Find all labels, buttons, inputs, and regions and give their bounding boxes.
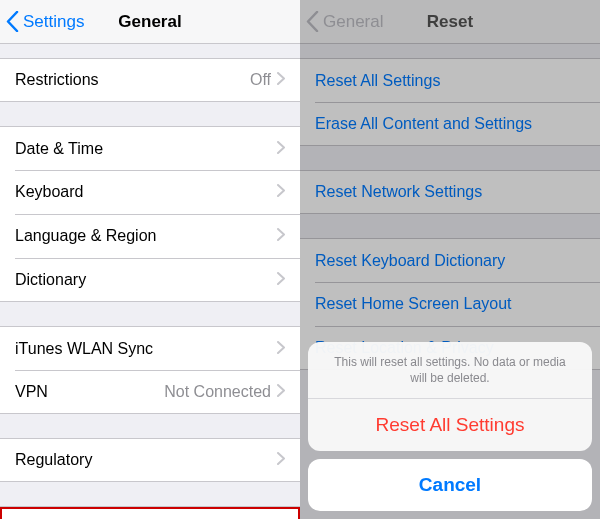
row-label: Date & Time: [15, 140, 277, 158]
row-label: Reset All Settings: [315, 72, 585, 90]
row-reset-network-settings[interactable]: Reset Network Settings: [300, 170, 600, 214]
row-date-time[interactable]: Date & Time: [0, 126, 300, 170]
action-sheet-message: This will reset all settings. No data or…: [308, 342, 592, 399]
group-reset: Reset: [0, 506, 300, 519]
navbar-general: Settings General: [0, 0, 300, 44]
row-itunes-wlan-sync[interactable]: iTunes WLAN Sync: [0, 326, 300, 370]
row-label: Reset Keyboard Dictionary: [315, 252, 585, 270]
row-label: Keyboard: [15, 183, 277, 201]
row-restrictions[interactable]: Restrictions Off: [0, 58, 300, 102]
group-reset-main: Reset All Settings Erase All Content and…: [300, 58, 600, 146]
row-dictionary[interactable]: Dictionary: [0, 258, 300, 302]
row-reset-keyboard-dictionary[interactable]: Reset Keyboard Dictionary: [300, 238, 600, 282]
back-to-general-button[interactable]: General: [300, 11, 383, 32]
row-label: Regulatory: [15, 451, 277, 469]
row-erase-all-content[interactable]: Erase All Content and Settings: [300, 102, 600, 146]
row-label: VPN: [15, 383, 164, 401]
chevron-left-icon: [6, 11, 19, 32]
general-settings-pane: Settings General Restrictions Off Date &…: [0, 0, 300, 519]
reset-all-settings-button[interactable]: Reset All Settings: [308, 399, 592, 451]
chevron-right-icon: [277, 71, 285, 89]
group-locale: Date & Time Keyboard Language & Region D…: [0, 126, 300, 302]
row-label: Reset Home Screen Layout: [315, 295, 585, 313]
action-sheet-group: This will reset all settings. No data or…: [308, 342, 592, 451]
chevron-right-icon: [277, 340, 285, 358]
chevron-left-icon: [306, 11, 319, 32]
chevron-right-icon: [277, 271, 285, 289]
chevron-right-icon: [277, 227, 285, 245]
row-label: Restrictions: [15, 71, 250, 89]
back-label: Settings: [23, 12, 84, 32]
row-label: Dictionary: [15, 271, 277, 289]
row-reset-all-settings[interactable]: Reset All Settings: [300, 58, 600, 102]
chevron-right-icon: [277, 383, 285, 401]
row-detail: Not Connected: [164, 383, 271, 401]
row-regulatory[interactable]: Regulatory: [0, 438, 300, 482]
chevron-right-icon: [277, 140, 285, 158]
group-network: iTunes WLAN Sync VPN Not Connected: [0, 326, 300, 414]
navbar-reset: General Reset: [300, 0, 600, 44]
row-reset[interactable]: Reset: [0, 506, 300, 519]
cancel-button[interactable]: Cancel: [308, 459, 592, 511]
row-keyboard[interactable]: Keyboard: [0, 170, 300, 214]
reset-pane: General Reset Reset All Settings Erase A…: [300, 0, 600, 519]
row-vpn[interactable]: VPN Not Connected: [0, 370, 300, 414]
back-to-settings-button[interactable]: Settings: [0, 11, 84, 32]
group-restrictions: Restrictions Off: [0, 58, 300, 102]
row-language-region[interactable]: Language & Region: [0, 214, 300, 258]
row-label: Language & Region: [15, 227, 277, 245]
chevron-right-icon: [277, 183, 285, 201]
back-label: General: [323, 12, 383, 32]
row-label: iTunes WLAN Sync: [15, 340, 277, 358]
group-regulatory: Regulatory: [0, 438, 300, 482]
action-sheet: This will reset all settings. No data or…: [308, 342, 592, 511]
group-reset-network: Reset Network Settings: [300, 170, 600, 214]
row-label: Erase All Content and Settings: [315, 115, 585, 133]
action-sheet-cancel-group: Cancel: [308, 459, 592, 511]
row-reset-home-screen[interactable]: Reset Home Screen Layout: [300, 282, 600, 326]
row-detail: Off: [250, 71, 271, 89]
row-label: Reset Network Settings: [315, 183, 585, 201]
chevron-right-icon: [277, 451, 285, 469]
